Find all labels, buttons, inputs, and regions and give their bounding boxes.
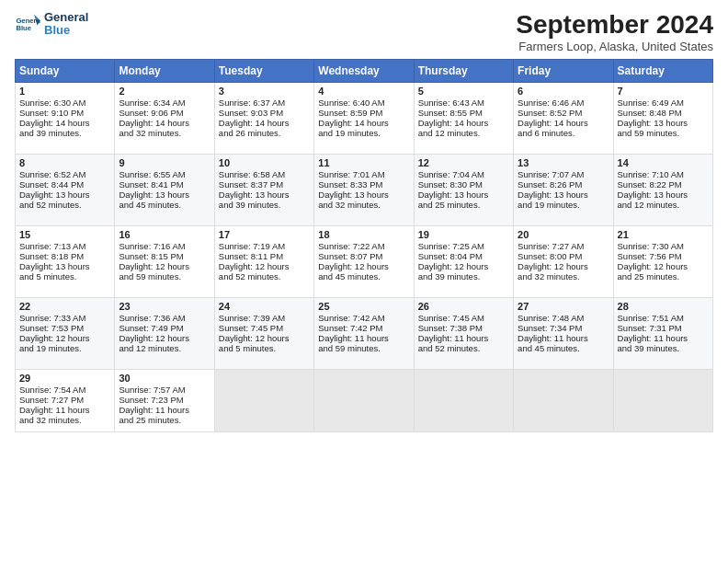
subtitle: Farmers Loop, Alaska, United States	[516, 40, 713, 53]
table-row: 15Sunrise: 7:13 AMSunset: 8:18 PMDayligh…	[16, 225, 115, 297]
svg-text:Blue: Blue	[16, 24, 31, 32]
table-row: 29Sunrise: 7:54 AMSunset: 7:27 PMDayligh…	[16, 369, 115, 431]
table-row: 17Sunrise: 7:19 AMSunset: 8:11 PMDayligh…	[214, 225, 313, 297]
col-friday: Friday	[514, 59, 613, 82]
col-tuesday: Tuesday	[214, 59, 313, 82]
table-row: 11Sunrise: 7:01 AMSunset: 8:33 PMDayligh…	[314, 154, 414, 225]
table-row: 14Sunrise: 7:10 AMSunset: 8:22 PMDayligh…	[613, 154, 712, 225]
table-row: 5Sunrise: 6:43 AMSunset: 8:55 PMDaylight…	[414, 82, 513, 154]
logo-text-blue: Blue	[44, 24, 88, 37]
calendar-table: Sunday Monday Tuesday Wednesday Thursday…	[15, 59, 713, 432]
col-saturday: Saturday	[613, 59, 712, 82]
table-row: 16Sunrise: 7:16 AMSunset: 8:15 PMDayligh…	[115, 225, 214, 297]
table-row: 22Sunrise: 7:33 AMSunset: 7:53 PMDayligh…	[16, 297, 115, 369]
table-row: 4Sunrise: 6:40 AMSunset: 8:59 PMDaylight…	[314, 82, 414, 154]
table-row: 10Sunrise: 6:58 AMSunset: 8:37 PMDayligh…	[214, 154, 313, 225]
table-row: 18Sunrise: 7:22 AMSunset: 8:07 PMDayligh…	[314, 225, 414, 297]
table-row: 25Sunrise: 7:42 AMSunset: 7:42 PMDayligh…	[314, 297, 414, 369]
table-row: 6Sunrise: 6:46 AMSunset: 8:52 PMDaylight…	[514, 82, 613, 154]
logo-text-general: General	[44, 11, 88, 24]
page: General Blue General Blue September 2024…	[0, 0, 728, 563]
col-thursday: Thursday	[414, 59, 513, 82]
table-row: 20Sunrise: 7:27 AMSunset: 8:00 PMDayligh…	[514, 225, 613, 297]
table-row	[214, 369, 313, 431]
table-row: 21Sunrise: 7:30 AMSunset: 7:56 PMDayligh…	[613, 225, 712, 297]
table-row	[314, 369, 414, 431]
calendar-header-row: Sunday Monday Tuesday Wednesday Thursday…	[16, 59, 713, 82]
table-row: 26Sunrise: 7:45 AMSunset: 7:38 PMDayligh…	[414, 297, 513, 369]
table-row: 8Sunrise: 6:52 AMSunset: 8:44 PMDaylight…	[16, 154, 115, 225]
main-title: September 2024	[516, 11, 713, 40]
table-row: 12Sunrise: 7:04 AMSunset: 8:30 PMDayligh…	[414, 154, 513, 225]
table-row: 19Sunrise: 7:25 AMSunset: 8:04 PMDayligh…	[414, 225, 513, 297]
col-wednesday: Wednesday	[314, 59, 414, 82]
table-row: 2Sunrise: 6:34 AMSunset: 9:06 PMDaylight…	[115, 82, 214, 154]
col-monday: Monday	[115, 59, 214, 82]
table-row: 13Sunrise: 7:07 AMSunset: 8:26 PMDayligh…	[514, 154, 613, 225]
title-block: September 2024 Farmers Loop, Alaska, Uni…	[516, 11, 713, 53]
table-row: 1Sunrise: 6:30 AMSunset: 9:10 PMDaylight…	[16, 82, 115, 154]
table-row	[514, 369, 613, 431]
logo: General Blue General Blue	[15, 11, 88, 38]
table-row	[613, 369, 712, 431]
col-sunday: Sunday	[16, 59, 115, 82]
table-row: 23Sunrise: 7:36 AMSunset: 7:49 PMDayligh…	[115, 297, 214, 369]
table-row: 24Sunrise: 7:39 AMSunset: 7:45 PMDayligh…	[214, 297, 313, 369]
table-row: 3Sunrise: 6:37 AMSunset: 9:03 PMDaylight…	[214, 82, 313, 154]
table-row	[414, 369, 513, 431]
table-row: 9Sunrise: 6:55 AMSunset: 8:41 PMDaylight…	[115, 154, 214, 225]
table-row: 30Sunrise: 7:57 AMSunset: 7:23 PMDayligh…	[115, 369, 214, 431]
header: General Blue General Blue September 2024…	[15, 11, 713, 53]
table-row: 28Sunrise: 7:51 AMSunset: 7:31 PMDayligh…	[613, 297, 712, 369]
table-row: 27Sunrise: 7:48 AMSunset: 7:34 PMDayligh…	[514, 297, 613, 369]
logo-icon: General Blue	[15, 11, 40, 37]
table-row: 7Sunrise: 6:49 AMSunset: 8:48 PMDaylight…	[613, 82, 712, 154]
